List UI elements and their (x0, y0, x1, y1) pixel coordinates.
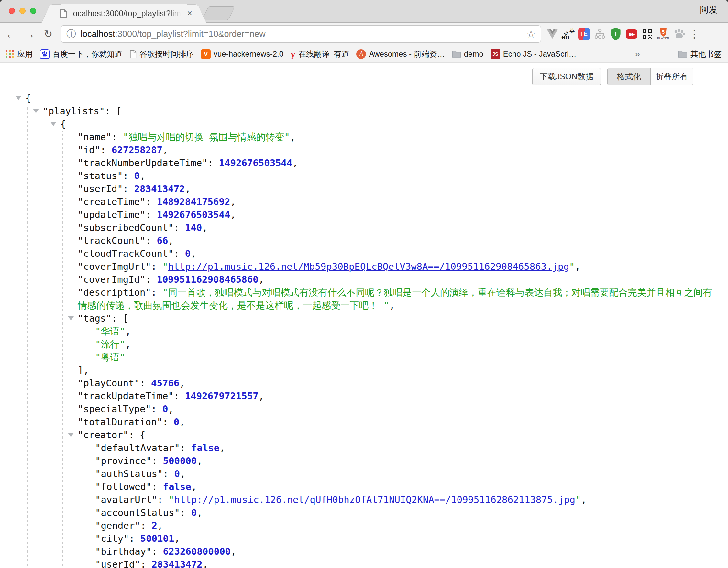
sitemap-icon[interactable] (593, 27, 607, 41)
json-line: "playCount": 45766, (0, 377, 728, 390)
page-info-icon[interactable]: ⓘ (66, 29, 76, 39)
fehelper-icon[interactable]: FE (577, 27, 591, 41)
json-token: 0 (174, 417, 179, 428)
bookmark-label: demo (464, 50, 483, 59)
json-line: "userId": 283413472, (0, 182, 728, 195)
tab-close-icon[interactable]: × (186, 9, 193, 18)
json-token: , (191, 248, 196, 259)
svg-text:5: 5 (662, 29, 665, 35)
json-link[interactable]: http://p1.music.126.net/Mb59p30BpEQLcBQe… (168, 261, 569, 272)
json-token: : (157, 494, 169, 505)
json-token: , (162, 144, 168, 155)
bookmarks-overflow-chevron[interactable]: » (635, 49, 640, 59)
json-token: " (569, 261, 575, 272)
json-token: 283413472 (152, 559, 203, 568)
video-downloader-icon[interactable]: ▶▶ (625, 27, 638, 41)
json-token: , (389, 300, 395, 311)
json-line: "totalDuration": 0, (0, 416, 728, 429)
json-token: "trackUpdateTime" (78, 391, 174, 402)
json-token: "粤语" (95, 352, 125, 363)
folder-icon (678, 50, 687, 58)
json-token: 140 (185, 222, 202, 233)
bookmark-baidu[interactable]: 百度一下，你就知道 (40, 49, 122, 59)
json-token: "gender" (95, 520, 140, 531)
echojs-icon: JS (491, 49, 500, 59)
json-token: 45766 (151, 378, 179, 389)
json-token: , (290, 131, 295, 142)
other-bookmarks[interactable]: 其他书签 (678, 49, 722, 59)
collapse-toggle-icon[interactable] (50, 122, 56, 126)
json-token: , (168, 235, 173, 246)
download-json-button[interactable]: 下载JSON数据 (532, 68, 601, 85)
browser-window: localhost:3000/top_playlist?lim × 阿发 ← →… (0, 0, 728, 568)
url-text[interactable]: localhost:3000/top_playlist?limit=10&ord… (81, 29, 266, 39)
json-token: , (125, 339, 131, 350)
json-line: "birthday": 623260800000, (0, 545, 728, 558)
bookmark-demo[interactable]: demo (452, 50, 483, 59)
minimize-window-button[interactable] (19, 8, 26, 14)
format-button[interactable]: 格式化 (608, 68, 651, 85)
baidu-paw-icon (40, 49, 50, 59)
back-button[interactable]: ← (3, 23, 19, 45)
json-link[interactable]: http://p1.music.126.net/qUfH0bhzOfAl71NU… (174, 494, 575, 505)
json-token: , (219, 442, 225, 453)
collapse-toggle-icon[interactable] (33, 109, 39, 113)
tampermonkey-icon[interactable]: T (609, 27, 623, 41)
json-token: false (163, 481, 191, 492)
json-token: "description" (78, 287, 151, 298)
fullscreen-window-button[interactable] (30, 8, 36, 14)
tab-title: localhost:3000/top_playlist?lim (71, 9, 181, 18)
bookmark-youdao[interactable]: y 在线翻译_有道 (291, 49, 349, 59)
bookmark-echojs[interactable]: JS Echo JS - JavaScri… (491, 49, 577, 59)
paw-icon[interactable] (672, 27, 686, 41)
json-line: "avatarUrl": "http://p1.music.126.net/qU… (0, 493, 728, 506)
bookmark-label: Awesomes - 前端资… (369, 49, 445, 59)
json-token: { (25, 93, 31, 104)
json-token: , (185, 183, 191, 194)
address-bar[interactable]: ⓘ localhost:3000/top_playlist?limit=10&o… (61, 25, 541, 43)
forward-button[interactable]: → (21, 23, 38, 45)
json-token: 1492679721557 (185, 391, 259, 402)
json-token: " (169, 494, 174, 505)
html5-player-icon[interactable]: 5 PLAYER (656, 27, 670, 41)
bookmark-star-icon[interactable]: ☆ (526, 29, 535, 39)
collapse-toggle-icon[interactable] (68, 317, 74, 320)
browser-tab[interactable]: localhost:3000/top_playlist?lim × (51, 4, 197, 23)
qr-code-icon[interactable] (641, 27, 654, 41)
json-token: "accountStatus" (95, 507, 180, 518)
json-token: , (230, 209, 236, 220)
json-line: "city": 500101, (0, 532, 728, 545)
bookmark-label: 应用 (17, 49, 33, 59)
profile-name[interactable]: 阿发 (700, 4, 718, 16)
json-token: "totalDuration" (78, 417, 162, 428)
json-token: "coverImgId" (78, 274, 146, 285)
json-token: : (152, 546, 163, 557)
bookmark-apps[interactable]: 应用 (5, 49, 33, 59)
json-line: ], (0, 364, 728, 377)
json-token: , (191, 481, 197, 492)
json-line: "粤语" (0, 351, 728, 364)
bookmark-vue-hackernews[interactable]: V vue-hackernews-2.0 (201, 49, 283, 59)
bookmark-google-sort[interactable]: 谷歌按时间排序 (129, 49, 194, 59)
bookmark-awesomes[interactable]: A Awesomes - 前端资… (356, 49, 445, 59)
json-token: : (146, 196, 157, 207)
json-token: "id" (78, 144, 100, 155)
json-token: 0 (191, 507, 197, 518)
json-line: "creator": { (0, 429, 728, 441)
collapse-toggle-icon[interactable] (16, 96, 21, 100)
reload-button[interactable]: ↻ (40, 23, 56, 45)
new-tab-button[interactable] (202, 6, 235, 20)
json-token: : (146, 274, 157, 285)
json-token: : [ (105, 106, 122, 117)
vue-devtools-icon[interactable] (546, 27, 559, 41)
json-token: 627258287 (112, 144, 162, 155)
collapse-all-button[interactable]: 折叠所有 (651, 68, 693, 85)
collapse-toggle-icon[interactable] (68, 433, 74, 437)
close-window-button[interactable] (9, 8, 15, 14)
translate-icon[interactable]: en 英 ⇄ (561, 27, 575, 41)
json-token: 0 (162, 404, 168, 415)
chrome-menu-icon[interactable]: ⋮ (687, 23, 701, 45)
folder-icon (452, 50, 461, 58)
json-line: "id": 627258287, (0, 143, 728, 156)
json-line: "defaultAvatar": false, (0, 441, 728, 454)
